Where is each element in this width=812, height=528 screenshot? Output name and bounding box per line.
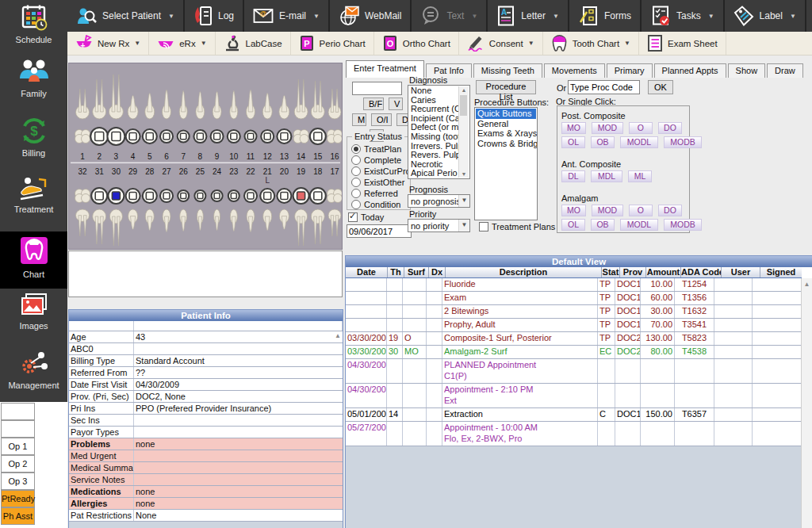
quick-proc-button-do[interactable]: DO: [658, 122, 682, 134]
procedure-row[interactable]: 03/30/200930MOAmalgam-2 SurfECDOC280.00T…: [346, 346, 802, 359]
surface-button-m[interactable]: M: [352, 113, 366, 126]
tooth-chart-svg[interactable]: 1322313304295286277268259241023112212211…: [69, 63, 342, 249]
toolbar-button-select-patient[interactable]: Select Patient▼: [67, 0, 185, 32]
toolbar-button-erx[interactable]: eRx▼: [149, 32, 215, 55]
patient-info-row[interactable]: Payor Types: [69, 427, 343, 438]
chevron-down-icon[interactable]: ▼: [553, 13, 559, 20]
procedure-category-item[interactable]: Crowns & Bridges: [476, 139, 536, 149]
procedure-category-item[interactable]: General: [476, 119, 536, 129]
patient-info-row[interactable]: Problemsnone: [69, 438, 343, 450]
quick-proc-button-mo[interactable]: MO: [561, 205, 586, 216]
ok-button[interactable]: OK: [648, 80, 673, 94]
procedure-row[interactable]: FluorideTPDOC110.00T1254: [346, 278, 802, 292]
procedure-list-button[interactable]: Procedure List: [476, 80, 536, 94]
toolbar-button-webmail[interactable]: WebMail: [330, 0, 412, 32]
entry-status-option-complete[interactable]: Complete: [351, 155, 410, 166]
surface-button-o-i[interactable]: O/I: [371, 113, 392, 126]
toolbar-button-e-mail[interactable]: @E-mail▼: [244, 0, 330, 32]
tab-draw[interactable]: Draw: [767, 63, 803, 78]
sidebar-item-chart[interactable]: Chart: [0, 231, 67, 289]
diagnosis-item[interactable]: Revers. Pulp.: [409, 151, 459, 160]
toolbar-button-forms[interactable]: Forms: [569, 0, 642, 32]
procedure-date-input[interactable]: [347, 224, 412, 238]
quick-proc-button-modb[interactable]: MODB: [664, 219, 702, 231]
entry-status-option-treatplan[interactable]: TreatPlan: [351, 143, 410, 155]
tab-planned-appts[interactable]: Planned Appts: [654, 63, 726, 78]
procedure-row[interactable]: 2 BitewingsTPDOC130.00T1632: [346, 305, 802, 319]
patient-info-row[interactable]: Pri InsPPO (Prefered Provider Insurance): [69, 403, 343, 415]
op-box-empty[interactable]: [1, 403, 35, 420]
proc-entry-input[interactable]: [352, 82, 402, 95]
today-checkbox[interactable]: Today: [348, 212, 384, 222]
quick-proc-button-ob[interactable]: OB: [591, 219, 615, 231]
procedure-row[interactable]: 05/01/200914ExtractionCDOC1150.00T6357: [346, 408, 802, 422]
treatment-plans-checkbox[interactable]: Treatment Plans: [479, 222, 555, 231]
quick-proc-button-do[interactable]: DO: [658, 205, 682, 216]
quick-proc-button-o[interactable]: O: [629, 205, 653, 216]
op-box-empty[interactable]: [1, 420, 35, 438]
scroll-thumb[interactable]: [460, 95, 467, 116]
procedure-category-item[interactable]: Exams & Xrays: [476, 128, 536, 139]
procedure-row[interactable]: Prophy, AdultTPDOC170.00T3541: [346, 319, 802, 332]
scroll-up-icon[interactable]: ▲: [459, 87, 469, 93]
patient-info-row[interactable]: Allergiesnone: [69, 498, 343, 510]
quick-proc-button-o[interactable]: O: [629, 122, 653, 134]
procedure-row[interactable]: 03/30/200919OComposite-1 Surf, Posterior…: [346, 332, 802, 346]
quick-proc-button-mod[interactable]: MOD: [592, 205, 623, 216]
diagnosis-item[interactable]: None: [409, 86, 459, 96]
procedure-buttons-listbox[interactable]: Quick ButtonsGeneralExams & XraysCrowns …: [474, 107, 538, 220]
patient-info-row[interactable]: Med Urgent: [69, 450, 343, 462]
toolbar-button-tasks[interactable]: Tasks▼: [642, 0, 725, 32]
progress-notes-scrollbar[interactable]: ▲: [801, 278, 812, 528]
quick-proc-button-ob[interactable]: OB: [591, 136, 615, 148]
patient-info-row[interactable]: Medical Summary: [69, 462, 343, 474]
toolbar-button-letter[interactable]: ALetter▼: [488, 0, 569, 32]
quick-proc-button-modb[interactable]: MODB: [664, 136, 702, 148]
tab-movements[interactable]: Movements: [544, 63, 605, 78]
patient-info-row[interactable]: ABC0: [69, 343, 343, 355]
quick-proc-button-ml[interactable]: ML: [628, 170, 652, 182]
entry-status-option-condition[interactable]: Condition: [351, 199, 410, 210]
op-box-op-1[interactable]: Op 1: [1, 438, 35, 455]
op-box-ph-asst[interactable]: Ph Asst: [1, 507, 35, 525]
prognosis-combo[interactable]: no prognosis ▼: [408, 194, 470, 208]
toolbar-button-log[interactable]: Log: [185, 0, 244, 32]
patient-info-row[interactable]: Service Notes: [69, 474, 343, 486]
surface-button-v[interactable]: V: [389, 98, 403, 110]
sidebar-item-family[interactable]: Family: [0, 57, 67, 113]
entry-status-option-referred[interactable]: Referred: [351, 188, 410, 199]
proc-code-input[interactable]: [568, 80, 640, 94]
treatment-plans-checkbox-box[interactable]: [479, 222, 488, 231]
radio-button[interactable]: [351, 200, 361, 209]
tab-show[interactable]: Show: [728, 63, 766, 78]
radio-button[interactable]: [351, 166, 361, 176]
entry-status-option-existcurprov[interactable]: ExistCurProv: [351, 166, 410, 177]
toolbar-button-text[interactable]: Text▼: [412, 0, 488, 32]
surface-button-b-f[interactable]: B/F: [363, 98, 384, 110]
chevron-down-icon[interactable]: ▼: [201, 40, 207, 47]
tab-missing-teeth[interactable]: Missing Teeth: [473, 63, 542, 78]
radio-button[interactable]: [351, 144, 361, 154]
sidebar-item-treatment[interactable]: Treatment: [0, 173, 67, 228]
radio-button[interactable]: [351, 155, 361, 165]
procedure-row[interactable]: 04/30/2009Appointment - 2:10 PMExt: [346, 384, 802, 408]
diagnosis-listbox[interactable]: NoneCariesRecurrent (Car)Incipient (Car)…: [408, 85, 470, 179]
chevron-down-icon[interactable]: ▼: [528, 40, 534, 47]
quick-proc-button-ol[interactable]: OL: [561, 219, 585, 231]
procedure-row[interactable]: 04/30/2009PLANNED AppointmentC1(P): [346, 359, 802, 384]
toolbar-button-labcase[interactable]: LabCase: [216, 32, 291, 55]
toolbar-button-new-rx[interactable]: +New Rx▼: [67, 32, 149, 55]
procedure-row[interactable]: ExamTPDOC160.00T1356: [346, 292, 802, 305]
diagnosis-item[interactable]: Missing (tooth s: [409, 132, 459, 142]
chevron-down-icon[interactable]: ▼: [624, 40, 630, 47]
graphical-tooth-chart[interactable]: 1322313304295286277268259241023112212211…: [68, 63, 343, 250]
patient-info-row[interactable]: Age43: [69, 331, 343, 343]
procedure-row[interactable]: 05/27/2009Appointment - 10:00 AMFlo, Ex,…: [346, 422, 802, 446]
scroll-up-icon[interactable]: ▲: [802, 278, 812, 288]
chevron-down-icon[interactable]: ▼: [458, 195, 469, 207]
diagnosis-item[interactable]: Apical Perio: [409, 169, 459, 178]
toolbar-button-exam-sheet[interactable]: Exam Sheet: [639, 32, 726, 55]
sidebar-item-billing[interactable]: $Billing: [0, 115, 67, 170]
priority-combo[interactable]: no priority ▼: [408, 219, 470, 232]
patient-info-row[interactable]: Pat RestrictionsNone: [69, 510, 343, 522]
